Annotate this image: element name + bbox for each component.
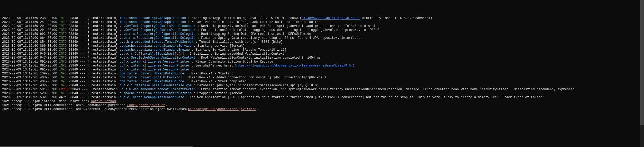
log-thread: restartedMain <box>89 72 116 75</box>
stack-frame: ) <box>116 99 118 103</box>
log-separator: --- [ <box>78 44 89 48</box>
log-level: INFO <box>59 68 68 72</box>
log-message: Starting ApiApplication using Java 17.0.… <box>192 16 302 20</box>
log-message: Starting service [Tomcat] <box>197 44 245 48</box>
log-thread: restartedMain <box>89 44 116 48</box>
log-timestamp: 2023-09-09T13:12:00.854-03:00 <box>2 40 57 44</box>
log-separator: --- [ <box>78 92 89 95</box>
log-logger: .e.DevToolsPropertyDefaultsPostProcessor <box>120 28 196 32</box>
log-thread: restartedMain <box>89 64 116 68</box>
log-pid: 23840 <box>68 68 78 72</box>
log-message: Initializing Spring embedded WebApplicat… <box>190 52 284 56</box>
log-colon: : <box>192 60 195 64</box>
console-log-output[interactable]: 2023-09-09T13:11:59.238-03:00 INFO 23840… <box>0 16 644 111</box>
log-separator: --- [ <box>78 32 89 36</box>
log-timestamp: 2023-09-09T13:11:59.238-03:00 <box>2 16 57 20</box>
log-separator: ] <box>118 88 121 91</box>
log-thread: restartedMain <box>89 24 116 28</box>
log-separator: ] <box>116 28 119 32</box>
log-separator: ] <box>116 52 119 56</box>
log-colon: : <box>196 24 201 28</box>
log-thread: restartedMain <box>89 68 116 72</box>
log-message: Stopping service [Tomcat] <box>197 92 245 95</box>
log-colon: : <box>186 96 190 99</box>
log-thread: restartedMain <box>89 32 116 36</box>
log-logger: o.apache.catalina.core.StandardEngine <box>120 48 192 52</box>
log-timestamp: 2023-09-09T13:12:01.091-03:00 <box>2 64 57 68</box>
log-thread: restartedMain <box>89 40 116 44</box>
log-line: 2023-09-09T13:12:01.091-03:00 INFO 23840… <box>2 64 644 68</box>
log-message: No active profile set, falling back to 1… <box>192 20 318 24</box>
log-colon: : <box>196 28 201 32</box>
log-level: INFO <box>59 64 68 68</box>
log-pid: 23840 <box>68 36 78 40</box>
log-pid: 23840 <box>68 24 78 28</box>
log-separator: ] <box>116 24 119 28</box>
log-line: 2023-09-09T13:12:01.403-03:00 INFO 23840… <box>2 76 644 80</box>
stack-source-link[interactable]: Native Method <box>91 99 116 103</box>
log-thread: restartedMain <box>89 16 116 20</box>
log-message: The web application [ROOT] appears to ha… <box>190 96 544 99</box>
log-logger: .e.DevToolsPropertyDefaultsPostProcessor <box>120 24 196 28</box>
log-separator: ] <box>116 60 119 64</box>
log-timestamp: 2023-09-09T13:12:01.432-03:00 <box>2 84 57 87</box>
log-thread: restartedMain <box>89 36 116 40</box>
log-pid: 23840 <box>68 28 78 32</box>
stack-source-link[interactable]: AbstractQueuedSynchronizer.java:1672 <box>188 107 256 111</box>
log-line: 2023-09-09T13:12:00.064-03:00 INFO 23840… <box>2 36 644 40</box>
log-separator: --- [ <box>78 24 89 28</box>
stack-frame: ) <box>165 103 167 107</box>
log-pid: 23840 <box>68 96 78 99</box>
log-level: INFO <box>59 20 68 24</box>
log-colon: : <box>188 16 192 20</box>
log-message: For additional web related logging consi… <box>201 28 381 32</box>
log-message: Devtools property defaults active! Set '… <box>201 24 377 28</box>
log-level: INFO <box>59 76 68 79</box>
vertical-scrollbar-track[interactable] <box>640 0 644 147</box>
stack-source-link[interactable]: LockSupport.java:252 <box>127 103 165 107</box>
log-separator: --- [ <box>78 52 89 56</box>
log-separator: --- [ <box>78 84 89 87</box>
log-line: 2023-09-09T13:12:00.854-03:00 INFO 23840… <box>2 40 644 44</box>
log-timestamp: 2023-09-09T13:12:01.091-03:00 <box>2 68 57 72</box>
log-colon: : <box>186 52 190 56</box>
log-level: INFO <box>59 48 68 52</box>
log-timestamp: 2023-09-09T13:12:00.866-03:00 <box>2 48 57 52</box>
log-pid: 23840 <box>68 92 78 95</box>
log-thread: restartedMain <box>89 60 116 64</box>
log-separator: --- [ <box>78 40 89 44</box>
log-colon: : <box>196 40 199 44</box>
log-message: See what's new here: <box>196 64 235 68</box>
log-message: Root WebApplicationContext: initializati… <box>201 56 321 60</box>
log-separator: ] <box>116 68 119 72</box>
log-thread: restartedMain <box>89 56 116 60</box>
log-pid: 23840 <box>68 52 78 56</box>
log-separator: --- [ <box>78 76 89 79</box>
horizontal-scrollbar[interactable] <box>0 146 193 147</box>
log-message: Bootstrapping Spring Data JPA repositori… <box>201 32 313 36</box>
log-level: INFO <box>59 32 68 36</box>
log-separator: --- [ <box>78 20 89 24</box>
log-line: 2023-09-09T13:12:01.501-03:00 ERROR 2384… <box>2 88 644 92</box>
log-timestamp: 2023-09-09T13:11:59.992-03:00 <box>2 32 57 36</box>
log-separator: --- [ <box>78 16 89 20</box>
log-colon: : <box>193 84 197 87</box>
log-line: 2023-09-09T13:12:00.866-03:00 INFO 23840… <box>2 48 644 52</box>
log-link[interactable]: C:\JavaCodes\api\target\classes <box>302 16 360 20</box>
log-pid: 23840 <box>68 76 78 79</box>
log-logger: o.f.c.internal.license.VersionPrinter <box>120 68 192 72</box>
log-line: 2023-09-09T13:12:00.866-03:00 INFO 23840… <box>2 44 644 48</box>
log-link[interactable]: https://flywaydb.org/documentation/learn… <box>235 64 355 68</box>
log-line: 2023-09-09T13:12:01.404-03:00 INFO 23840… <box>2 80 644 84</box>
vertical-scrollbar-thumb[interactable] <box>640 0 644 125</box>
log-level: INFO <box>59 24 68 28</box>
log-message: Error starting Tomcat context. Exception… <box>201 88 575 91</box>
log-pid: 23840 <box>68 16 78 20</box>
log-level: INFO <box>59 28 68 32</box>
stack-frame: java.base@17.0.8/java.util.concurrent.lo… <box>2 103 127 107</box>
log-line: 2023-09-09T13:11:59.238-03:00 INFO 23840… <box>2 16 644 20</box>
log-pid: 23840 <box>68 20 78 24</box>
log-pid: 23840 <box>68 40 78 44</box>
log-colon: : <box>196 56 201 60</box>
log-timestamp: 2023-09-09T13:12:01.501-03:00 <box>2 88 57 91</box>
